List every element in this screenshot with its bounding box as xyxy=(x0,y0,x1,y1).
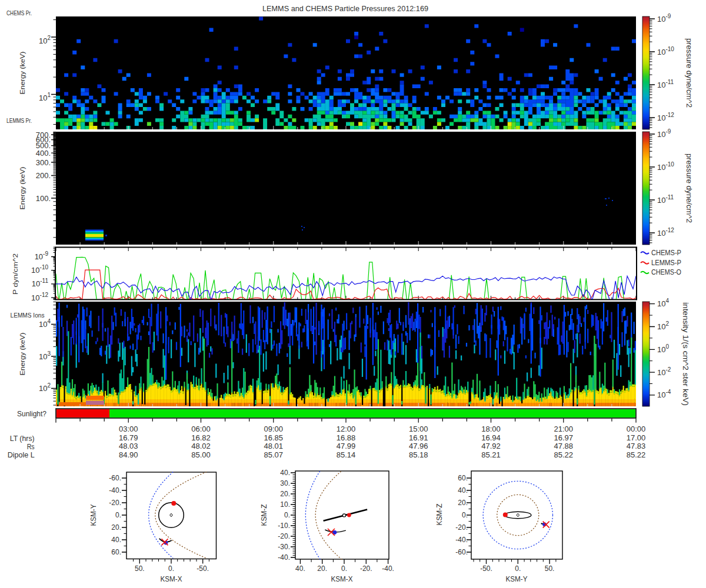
svg-text:85.22: 85.22 xyxy=(627,450,646,459)
svg-text:-50.: -50. xyxy=(480,564,492,573)
svg-text:Rs: Rs xyxy=(27,443,35,451)
svg-text:intensity 1/(s cm^2 ster keV): intensity 1/(s cm^2 ster keV) xyxy=(681,302,690,406)
svg-text:10-9: 10-9 xyxy=(657,13,671,24)
svg-text:85.07: 85.07 xyxy=(264,450,284,459)
svg-text:20.: 20. xyxy=(280,490,290,498)
svg-text:48.03: 48.03 xyxy=(119,442,138,450)
svg-text:50.: 50. xyxy=(545,564,555,573)
svg-text:10-12: 10-12 xyxy=(657,227,674,238)
svg-text:LT (hrs): LT (hrs) xyxy=(10,435,35,443)
svg-text:103: 103 xyxy=(39,350,51,361)
svg-text:12:00: 12:00 xyxy=(337,425,356,433)
svg-text:10-10: 10-10 xyxy=(31,264,48,275)
svg-text:20.: 20. xyxy=(111,523,121,532)
svg-text:102: 102 xyxy=(657,320,669,331)
svg-text:40.: 40. xyxy=(458,486,468,495)
svg-text:30.: 30. xyxy=(280,479,290,487)
svg-text:10-9: 10-9 xyxy=(657,128,671,139)
svg-text:0.: 0. xyxy=(115,511,121,519)
svg-text:Dipole L: Dipole L xyxy=(8,451,35,459)
svg-text:40.: 40. xyxy=(280,469,290,477)
svg-text:KSM-Z: KSM-Z xyxy=(260,505,268,526)
svg-text:10-11: 10-11 xyxy=(657,194,674,205)
svg-text:700.: 700. xyxy=(36,131,51,139)
svg-text:47.88: 47.88 xyxy=(554,442,574,450)
svg-text:pressure dyne/cm^2: pressure dyne/cm^2 xyxy=(685,153,693,223)
svg-text:-60.: -60. xyxy=(109,474,121,482)
svg-text:0.: 0. xyxy=(515,564,521,573)
svg-text:-60.: -60. xyxy=(455,548,468,556)
svg-text:10.: 10. xyxy=(280,500,290,509)
svg-text:CHEMS Pr.: CHEMS Pr. xyxy=(6,9,32,16)
svg-text:60.: 60. xyxy=(111,548,121,556)
svg-text:Sunlight?: Sunlight? xyxy=(17,410,46,418)
svg-text:-40.: -40. xyxy=(109,486,121,495)
svg-text:16.79: 16.79 xyxy=(119,433,138,442)
svg-text:KSM-X: KSM-X xyxy=(331,575,353,583)
svg-text:-20.: -20. xyxy=(455,523,468,532)
svg-text:85.21: 85.21 xyxy=(481,450,501,459)
svg-text:104: 104 xyxy=(39,318,51,329)
svg-text:00:00: 00:00 xyxy=(627,425,646,433)
svg-text:20.: 20. xyxy=(317,564,327,573)
svg-text:KSM-Z: KSM-Z xyxy=(435,504,444,526)
svg-text:10-2: 10-2 xyxy=(657,366,671,377)
svg-text:LEMMS and CHEMS Particle Press: LEMMS and CHEMS Particle Pressures 2012:… xyxy=(262,5,428,13)
svg-text:17.00: 17.00 xyxy=(627,433,646,442)
svg-text:16.85: 16.85 xyxy=(264,433,284,442)
svg-text:Energy (keV): Energy (keV) xyxy=(19,52,26,95)
svg-text:10-10: 10-10 xyxy=(657,46,674,56)
svg-text:LEMMS Ions: LEMMS Ions xyxy=(11,312,45,319)
svg-text:85.22: 85.22 xyxy=(554,450,574,459)
svg-text:-40.: -40. xyxy=(382,564,394,573)
svg-text:47.83: 47.83 xyxy=(627,442,646,450)
svg-text:100.: 100. xyxy=(36,194,51,203)
svg-text:85.00: 85.00 xyxy=(191,450,211,459)
svg-text:-40.: -40. xyxy=(278,553,290,562)
svg-text:47.99: 47.99 xyxy=(337,442,356,450)
svg-text:85.18: 85.18 xyxy=(409,450,428,459)
svg-text:200.: 200. xyxy=(36,171,51,180)
svg-text:-40.: -40. xyxy=(455,536,468,544)
svg-text:100: 100 xyxy=(657,343,669,354)
svg-text:48.02: 48.02 xyxy=(191,442,211,450)
svg-text:40.: 40. xyxy=(295,564,305,573)
svg-text:15:00: 15:00 xyxy=(409,425,428,433)
svg-text:102: 102 xyxy=(39,382,51,393)
svg-text:LEMMS-P: LEMMS-P xyxy=(651,259,681,267)
svg-text:101: 101 xyxy=(39,92,51,102)
svg-text:50.: 50. xyxy=(135,564,145,573)
svg-text:16.94: 16.94 xyxy=(481,433,501,442)
svg-text:16.97: 16.97 xyxy=(554,433,574,442)
svg-text:10-11: 10-11 xyxy=(32,278,49,288)
svg-text:47.92: 47.92 xyxy=(481,442,501,450)
svg-text:10-12: 10-12 xyxy=(657,112,674,122)
svg-text:Energy (keV): Energy (keV) xyxy=(19,333,26,376)
svg-text:16.82: 16.82 xyxy=(191,433,211,442)
svg-text:-10.: -10. xyxy=(278,522,290,530)
svg-text:-20.: -20. xyxy=(360,564,372,573)
svg-text:pressure dyne/cm^2: pressure dyne/cm^2 xyxy=(685,38,693,108)
svg-text:21:00: 21:00 xyxy=(554,425,574,433)
svg-text:10-11: 10-11 xyxy=(657,79,674,89)
svg-text:-50.: -50. xyxy=(197,564,209,573)
svg-text:20.: 20. xyxy=(458,499,468,507)
svg-text:06:00: 06:00 xyxy=(191,425,211,433)
svg-text:16.91: 16.91 xyxy=(409,433,428,442)
svg-text:-30.: -30. xyxy=(278,543,290,551)
svg-text:40.: 40. xyxy=(111,536,121,544)
svg-text:0.: 0. xyxy=(284,511,290,519)
svg-text:10-10: 10-10 xyxy=(657,161,674,172)
svg-text:-20.: -20. xyxy=(278,532,290,540)
svg-text:KSM-Y: KSM-Y xyxy=(89,505,98,526)
svg-text:03:00: 03:00 xyxy=(119,425,138,433)
svg-text:85.14: 85.14 xyxy=(337,450,356,459)
svg-text:18:00: 18:00 xyxy=(481,425,501,433)
svg-text:16.88: 16.88 xyxy=(337,433,356,442)
svg-text:09:00: 09:00 xyxy=(264,425,284,433)
svg-text:48.01: 48.01 xyxy=(264,442,284,450)
svg-text:CHEMS-P: CHEMS-P xyxy=(651,249,681,257)
svg-text:CHEMS-O: CHEMS-O xyxy=(651,268,681,276)
svg-text:0.: 0. xyxy=(341,564,347,573)
svg-text:10-12: 10-12 xyxy=(31,292,48,302)
